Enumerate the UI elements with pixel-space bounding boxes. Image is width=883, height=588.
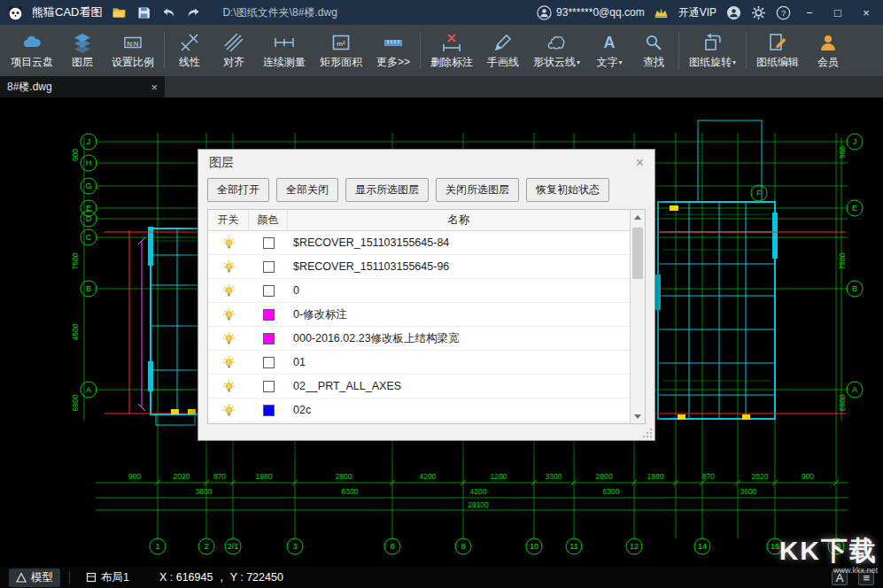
- show-selected-layers-button[interactable]: 显示所选图层: [345, 178, 429, 202]
- save-icon[interactable]: [136, 4, 151, 20]
- layer-color-cell[interactable]: [249, 309, 288, 321]
- scroll-thumb[interactable]: [632, 228, 643, 279]
- open-folder-icon[interactable]: [111, 4, 127, 20]
- layer-color-cell[interactable]: [249, 357, 288, 368]
- close-button[interactable]: ×: [856, 6, 876, 19]
- open-vip-button[interactable]: 开通VIP: [678, 5, 716, 20]
- layer-color-swatch[interactable]: [263, 333, 275, 344]
- toolbar-separator: [420, 32, 421, 69]
- table-row[interactable]: 02__PRT_ALL_AXES: [208, 375, 630, 398]
- drawing-canvas[interactable]: JHGEDCBAJEBA122/1368101112141619F 900202…: [0, 97, 883, 567]
- layer-name[interactable]: 000-2016.02.23修改板上结构梁宽: [288, 331, 630, 346]
- dropdown-arrow-icon[interactable]: ▾: [577, 58, 580, 66]
- document-tab[interactable]: 8#楼.dwg ×: [0, 76, 165, 97]
- align-dim-button[interactable]: 对齐: [212, 29, 256, 73]
- dropdown-arrow-icon[interactable]: ▾: [619, 58, 623, 66]
- vip-crown-icon[interactable]: [654, 4, 670, 20]
- restore-initial-state-button[interactable]: 恢复初始状态: [526, 178, 609, 202]
- more-measure-button[interactable]: 更多>>: [369, 29, 417, 73]
- layer-visibility-toggle[interactable]: [208, 284, 249, 298]
- layer-name[interactable]: 01: [288, 356, 630, 368]
- layer-color-swatch[interactable]: [263, 309, 275, 321]
- document-tabbar: 8#楼.dwg ×: [0, 76, 883, 97]
- layer-color-swatch[interactable]: [263, 261, 275, 273]
- toolbar-label: 文字: [597, 55, 618, 70]
- help-icon[interactable]: ?: [775, 4, 791, 20]
- layer-name[interactable]: $RECOVER_151103155645-84: [288, 236, 630, 249]
- text-tool-button[interactable]: A 文字▾: [587, 29, 631, 73]
- layer-visibility-toggle[interactable]: [208, 260, 249, 274]
- resize-grip[interactable]: [642, 428, 653, 438]
- scroll-down-button[interactable]: [631, 409, 645, 423]
- table-row[interactable]: $RECOVER_151103155645-84: [208, 231, 630, 255]
- settings-gear-icon[interactable]: [750, 4, 766, 20]
- table-row[interactable]: 000-2016.02.23修改板上结构梁宽: [208, 327, 630, 351]
- delete-annotation-button[interactable]: 删除标注: [423, 29, 480, 73]
- table-row[interactable]: 0-修改标注: [208, 303, 630, 327]
- layer-name[interactable]: 0-修改标注: [288, 307, 630, 322]
- svg-text:6900: 6900: [71, 394, 80, 411]
- scroll-up-button[interactable]: [631, 210, 645, 224]
- linear-dim-button[interactable]: 线性: [167, 29, 212, 73]
- maximize-button[interactable]: □: [828, 6, 848, 19]
- layers-button[interactable]: 图层: [60, 29, 105, 73]
- dialog-titlebar[interactable]: 图层 ×: [198, 150, 655, 176]
- layer-name[interactable]: 0: [288, 284, 630, 297]
- close-all-layers-button[interactable]: 全部关闭: [276, 178, 338, 202]
- layout1-tab[interactable]: 布局1: [79, 569, 136, 587]
- minimize-button[interactable]: −: [800, 6, 819, 19]
- scroll-track[interactable]: [631, 224, 645, 409]
- toolbar-separator: [678, 32, 679, 69]
- layer-color-cell[interactable]: [249, 285, 288, 297]
- set-scale-button[interactable]: N:N 设置比例: [105, 29, 161, 73]
- dropdown-arrow-icon[interactable]: ▾: [732, 58, 736, 66]
- table-row[interactable]: 02c: [208, 398, 630, 422]
- dialog-scrollbar[interactable]: [630, 210, 645, 423]
- table-row[interactable]: 01: [208, 351, 630, 375]
- layer-color-swatch[interactable]: [263, 357, 275, 368]
- model-tab[interactable]: 模型: [9, 569, 60, 587]
- layer-visibility-toggle[interactable]: [208, 308, 249, 321]
- text-style-icon[interactable]: A: [832, 570, 848, 585]
- rect-area-button[interactable]: m² 矩形面积: [313, 29, 369, 73]
- dialog-close-icon[interactable]: ×: [636, 155, 644, 171]
- layer-color-swatch[interactable]: [263, 237, 275, 249]
- svg-text:A: A: [604, 34, 616, 51]
- edit-drawing-button[interactable]: 图纸编辑: [749, 29, 806, 73]
- layer-visibility-toggle[interactable]: [208, 380, 249, 393]
- member-button[interactable]: 会员: [806, 29, 850, 73]
- list-menu-icon[interactable]: ≡: [858, 570, 874, 585]
- layer-visibility-toggle[interactable]: [208, 236, 249, 250]
- layer-color-cell[interactable]: [249, 237, 288, 249]
- open-all-layers-button[interactable]: 全部打开: [207, 178, 269, 202]
- cloud-icon: [21, 32, 43, 53]
- svg-text:11: 11: [569, 542, 577, 551]
- layer-color-cell[interactable]: [249, 261, 288, 273]
- layer-color-swatch[interactable]: [263, 285, 275, 297]
- close-selected-layers-button[interactable]: 关闭所选图层: [436, 178, 519, 202]
- redo-icon[interactable]: [185, 4, 201, 20]
- layer-name[interactable]: 02__PRT_ALL_AXES: [288, 380, 630, 392]
- shape-cloud-button[interactable]: 形状云线▾: [526, 29, 587, 73]
- layer-color-swatch[interactable]: [263, 381, 275, 392]
- layer-name[interactable]: 02c: [288, 404, 630, 416]
- freehand-line-button[interactable]: 手画线: [480, 29, 526, 73]
- rotate-drawing-button[interactable]: 图纸旋转▾: [682, 29, 743, 73]
- table-row[interactable]: $RECOVER_151103155645-96: [208, 255, 630, 279]
- project-cloud-button[interactable]: 项目云盘: [4, 29, 60, 73]
- account-info[interactable]: 93******0@qq.com: [536, 4, 645, 20]
- layer-color-cell[interactable]: [249, 381, 288, 392]
- avatar-icon[interactable]: [725, 4, 741, 20]
- layer-visibility-toggle[interactable]: [208, 332, 249, 345]
- undo-icon[interactable]: [160, 4, 176, 20]
- layer-visibility-toggle[interactable]: [208, 356, 249, 369]
- layer-color-cell[interactable]: [249, 333, 288, 344]
- layer-name[interactable]: $RECOVER_151103155645-96: [288, 260, 630, 273]
- layer-visibility-toggle[interactable]: [208, 404, 249, 417]
- find-button[interactable]: 查找: [631, 29, 676, 73]
- tab-close-icon[interactable]: ×: [151, 81, 158, 94]
- layer-color-swatch[interactable]: [263, 405, 275, 416]
- layer-color-cell[interactable]: [249, 405, 288, 416]
- table-row[interactable]: 0: [208, 279, 630, 303]
- continuous-measure-button[interactable]: 连续测量: [256, 29, 313, 73]
